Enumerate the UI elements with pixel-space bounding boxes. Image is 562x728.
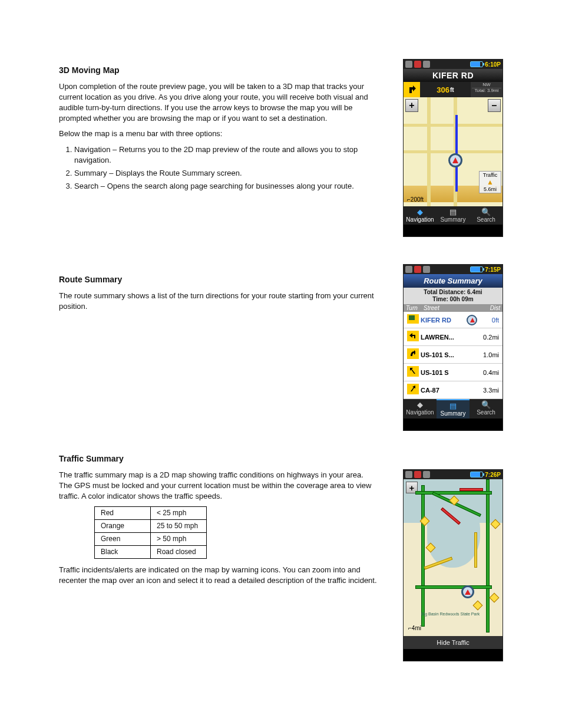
map-scale: ⌐200ft xyxy=(407,196,424,203)
list-item[interactable]: US-101 S 0.4mi xyxy=(404,364,503,381)
tab-search[interactable]: 🔍Search xyxy=(470,206,503,225)
list-item[interactable]: US-101 S... 1.0mi xyxy=(404,346,503,364)
zoom-out-button[interactable]: – xyxy=(488,99,501,112)
status-bar: 7:26P xyxy=(404,470,503,479)
moving-map-menu-1: Navigation – Returns you to the 2D map p… xyxy=(74,144,377,166)
speed-value: < 25 mph xyxy=(151,507,207,520)
speed-color: Black xyxy=(95,545,151,558)
battery-icon xyxy=(470,472,483,477)
battery-icon xyxy=(470,61,483,67)
speed-color: Red xyxy=(95,507,151,520)
column-headers: Turn Street Dist xyxy=(404,304,503,312)
merge-left-icon xyxy=(407,366,419,377)
route-summary-title: Route Summary xyxy=(404,274,503,288)
status-time: 7:15P xyxy=(485,266,501,273)
section-heading-moving-map: 3D Moving Map xyxy=(59,65,377,77)
flag-icon xyxy=(407,314,419,324)
traffic-badge[interactable]: Traffic ▲ 5.6mi xyxy=(479,171,501,193)
current-location-icon xyxy=(461,585,474,598)
tab-search[interactable]: 🔍Search xyxy=(470,399,503,419)
next-turn-distance: 306ft xyxy=(420,82,471,97)
status-icon xyxy=(414,266,421,273)
section-heading-traffic-summary: Traffic Summary xyxy=(59,453,377,465)
signal-icon xyxy=(405,266,412,273)
signal-icon xyxy=(405,471,412,478)
current-location-icon xyxy=(448,153,462,167)
speed-value: Road closed xyxy=(151,545,207,558)
battery-icon xyxy=(470,266,483,272)
status-icon xyxy=(414,61,421,68)
hide-traffic-button[interactable]: Hide Traffic xyxy=(404,636,503,649)
status-bar: 6:10P xyxy=(404,60,503,69)
status-icon xyxy=(423,471,430,478)
status-time: 6:10P xyxy=(485,61,501,68)
speed-color: Orange xyxy=(95,520,151,533)
traffic-speed-table: Red < 25 mph Orange 25 to 50 mph Green >… xyxy=(94,506,207,558)
status-bar: 7:15P xyxy=(404,265,503,274)
section-heading-route-summary: Route Summary xyxy=(59,274,377,286)
tab-navigation[interactable]: ◆Navigation xyxy=(404,399,437,419)
speed-value: > 50 mph xyxy=(151,533,207,546)
direction-info: NW Total: 3.9mi xyxy=(471,82,503,97)
screenshot-moving-map: 6:10P KIFER RD 306ft NW Total: 3.9mi + – xyxy=(403,59,503,237)
map-scale: ⌐4mi xyxy=(408,625,421,631)
tab-summary[interactable]: ▤Summary xyxy=(437,399,470,419)
list-item[interactable]: LAWREN... 0.2mi xyxy=(404,328,503,346)
traffic-map-view[interactable]: + Big Basin Redwoods State Park ⌐4mi xyxy=(404,479,503,636)
curve-right-icon xyxy=(407,348,419,359)
table-row: Green > 50 mph xyxy=(95,533,207,546)
status-icon xyxy=(423,61,430,68)
screenshot-route-summary: 7:15P Route Summary Total Distance: 6.4m… xyxy=(403,264,503,431)
tab-bar: ◆Navigation ▤Summary 🔍Search xyxy=(404,206,503,225)
table-row: Black Road closed xyxy=(95,545,207,558)
zoom-in-button[interactable]: + xyxy=(405,99,418,112)
turn-left-icon xyxy=(407,331,419,341)
route-summary-header: Total Distance: 6.4mi Time: 00h 09m xyxy=(404,288,503,304)
status-icon xyxy=(414,471,421,478)
screenshot-traffic-map: 7:26P + Big Basin Redwoods State Park xyxy=(403,469,503,661)
map-view[interactable]: + – Traffic ▲ 5.6mi ⌐200ft xyxy=(404,97,503,206)
traffic-summary-p2: Traffic incidents/alerts are indicated o… xyxy=(59,565,377,586)
turn-right-icon xyxy=(404,82,420,97)
signal-icon xyxy=(405,61,412,68)
exit-right-icon xyxy=(407,384,419,394)
moving-map-p1: Upon completion of the route preview pag… xyxy=(59,81,377,124)
tab-summary[interactable]: ▤Summary xyxy=(437,206,470,225)
search-icon: 🔍 xyxy=(470,401,503,409)
status-icon xyxy=(423,266,430,273)
nav-icon: ◆ xyxy=(404,401,437,409)
table-row: Orange 25 to 50 mph xyxy=(95,520,207,533)
moving-map-menu-2: Summary – Displays the Route Summary scr… xyxy=(74,168,377,179)
current-location-icon xyxy=(467,315,477,325)
moving-map-menu-3: Search – Opens the search along page sea… xyxy=(74,181,377,192)
nav-icon: ◆ xyxy=(404,208,437,216)
tab-navigation[interactable]: ◆Navigation xyxy=(404,206,437,225)
park-label: Big Basin Redwoods State Park xyxy=(421,612,480,616)
moving-map-menu-intro: Below the map is a menu bar with three o… xyxy=(59,129,377,139)
table-row: Red < 25 mph xyxy=(95,507,207,520)
warning-icon: ▲ xyxy=(480,178,501,186)
route-summary-p: The route summary shows a list of the tu… xyxy=(59,291,377,312)
traffic-summary-p1: The traffic summary map is a 2D map show… xyxy=(59,470,377,502)
list-item[interactable]: KIFER RD 0ft xyxy=(404,312,503,328)
speed-color: Green xyxy=(95,533,151,546)
status-time: 7:26P xyxy=(485,472,501,478)
map-title: KIFER RD xyxy=(404,69,503,82)
list-icon: ▤ xyxy=(437,208,470,216)
list-icon: ▤ xyxy=(437,402,470,410)
speed-value: 25 to 50 mph xyxy=(151,520,207,533)
search-icon: 🔍 xyxy=(470,208,503,216)
list-item[interactable]: CA-87 3.3mi xyxy=(404,381,503,399)
tab-bar: ◆Navigation ▤Summary 🔍Search xyxy=(404,399,503,419)
